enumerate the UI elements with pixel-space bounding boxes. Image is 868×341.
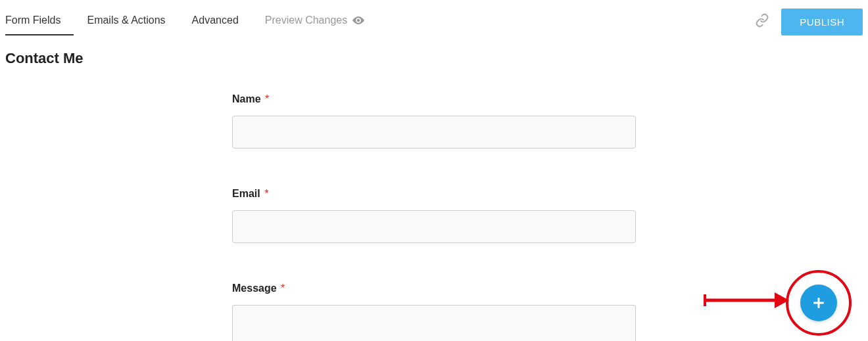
tabs: Form Fields Emails & Actions Advanced Pr…: [5, 8, 391, 35]
tab-form-fields[interactable]: Form Fields: [5, 8, 74, 35]
required-marker: *: [264, 188, 268, 199]
tab-preview-changes[interactable]: Preview Changes: [265, 8, 377, 35]
label-text: Message: [232, 283, 277, 294]
svg-rect-4: [813, 302, 824, 304]
label-text: Name: [232, 93, 261, 104]
form-area: Name * Email * Message *: [232, 93, 636, 341]
annotation-arrow: [704, 290, 789, 313]
field-message: Message *: [232, 283, 636, 341]
label-text: Email: [232, 188, 260, 199]
fab-annotation-container: [786, 270, 852, 336]
email-input[interactable]: [232, 210, 636, 243]
field-name: Name *: [232, 93, 636, 148]
publish-button[interactable]: PUBLISH: [781, 9, 863, 35]
tab-advanced[interactable]: Advanced: [192, 8, 252, 35]
add-field-button[interactable]: [800, 284, 837, 321]
required-marker: *: [265, 93, 269, 104]
message-input[interactable]: [232, 305, 636, 341]
tab-preview-label: Preview Changes: [265, 14, 347, 26]
field-email-label: Email *: [232, 188, 636, 200]
page-title: Contact Me: [0, 35, 868, 67]
plus-icon: [812, 296, 825, 309]
name-input[interactable]: [232, 116, 636, 148]
header-bar: Form Fields Emails & Actions Advanced Pr…: [0, 0, 868, 35]
field-name-label: Name *: [232, 93, 636, 105]
field-email: Email *: [232, 188, 636, 243]
required-marker: *: [281, 283, 285, 294]
tab-emails-actions[interactable]: Emails & Actions: [87, 8, 178, 35]
eye-icon: [352, 16, 364, 24]
header-actions: PUBLISH: [755, 9, 863, 35]
field-message-label: Message *: [232, 283, 636, 294]
link-icon[interactable]: [755, 13, 769, 30]
